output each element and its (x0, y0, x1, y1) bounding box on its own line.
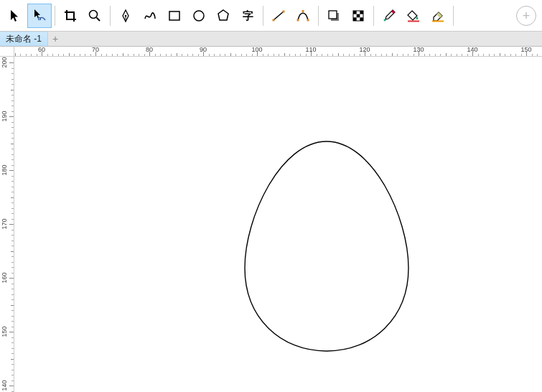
ruler-v-label: 170 (1, 218, 8, 229)
svg-point-3 (125, 14, 127, 17)
rectangle-tool[interactable] (162, 4, 187, 28)
svg-rect-22 (360, 17, 363, 21)
node-arrow-icon (32, 9, 47, 23)
erase-tool[interactable] (426, 4, 450, 28)
svg-rect-10 (273, 19, 275, 21)
new-tab-button[interactable]: + (48, 32, 62, 46)
toolbar-separator (110, 6, 111, 26)
eraser-icon (431, 9, 445, 23)
ruler-h-label: 130 (413, 47, 424, 53)
svg-rect-12 (297, 19, 299, 21)
bezier-tool[interactable] (291, 4, 315, 28)
ruler-h-label: 90 (200, 47, 207, 53)
line-icon (271, 9, 286, 23)
workspace: 60708090100110120130140150160 2001901801… (0, 47, 542, 392)
fill-tool[interactable] (401, 4, 426, 28)
ruler-h-label: 150 (520, 47, 531, 53)
tab-label: 未命名 -1 (6, 33, 42, 45)
ruler-h-label: 60 (38, 47, 45, 53)
node-edit-tool[interactable] (27, 4, 52, 28)
ruler-h-label: 120 (359, 47, 370, 53)
paint-bucket-icon (406, 9, 421, 23)
plus-icon: + (52, 33, 58, 45)
freehand-curve-icon (143, 9, 157, 23)
ruler-v-label: 160 (1, 272, 8, 283)
toolbar-separator (453, 6, 454, 26)
ruler-v-label: 180 (1, 164, 8, 175)
document-tab-active[interactable]: 未命名 -1 (0, 32, 48, 46)
shadow-icon (327, 9, 341, 23)
canvas-area[interactable] (14, 57, 542, 392)
toolbar-separator (318, 6, 319, 26)
arrow-cursor-icon (9, 9, 22, 22)
rectangle-icon (167, 9, 182, 23)
svg-rect-11 (283, 10, 285, 12)
crop-tool[interactable] (58, 4, 83, 28)
svg-point-6 (194, 11, 204, 21)
ruler-corner (0, 47, 14, 57)
ruler-v-label: 150 (1, 326, 8, 337)
line-tool[interactable] (266, 4, 291, 28)
eyedropper-tool[interactable] (377, 4, 401, 28)
zoom-tool[interactable] (83, 4, 107, 28)
polygon-icon (216, 9, 230, 23)
ruler-v-label: 200 (1, 57, 8, 67)
checkerboard-icon (351, 9, 365, 23)
svg-rect-5 (169, 11, 179, 20)
svg-point-23 (384, 19, 386, 21)
ellipse-icon (192, 9, 206, 23)
ruler-horizontal: 60708090100110120130140150160 (14, 47, 542, 57)
ruler-h-label: 140 (467, 47, 477, 53)
svg-rect-21 (353, 17, 357, 21)
freehand-tool[interactable] (138, 4, 162, 28)
ruler-v-label: 140 (1, 380, 8, 391)
crop-icon (63, 9, 78, 23)
svg-line-2 (97, 17, 101, 21)
transparency-tool[interactable] (346, 4, 370, 28)
shadow-tool[interactable] (322, 4, 346, 28)
svg-text:字: 字 (243, 9, 253, 22)
add-tool-button[interactable]: + (513, 4, 539, 28)
document-tabstrip: 未命名 -1 + (0, 32, 542, 47)
ruler-v-label: 190 (1, 111, 8, 121)
svg-marker-7 (218, 10, 228, 20)
toolbar-separator (263, 6, 263, 26)
ruler-h-label: 110 (305, 47, 316, 53)
pen-nib-icon (118, 9, 133, 23)
svg-rect-16 (329, 11, 337, 19)
svg-rect-19 (360, 11, 363, 14)
selection-tool[interactable] (3, 4, 27, 28)
svg-rect-0 (39, 17, 41, 19)
svg-rect-18 (353, 11, 357, 14)
ruler-h-label: 100 (251, 47, 262, 53)
svg-rect-13 (307, 19, 309, 21)
svg-rect-14 (302, 10, 304, 12)
eyedropper-icon (382, 9, 396, 23)
pen-tool[interactable] (113, 4, 138, 28)
ruler-h-label: 70 (92, 47, 99, 53)
egg-shape (240, 139, 413, 354)
ruler-vertical: 200190180170160150140 (0, 57, 14, 392)
magnifier-icon (88, 9, 102, 23)
svg-rect-15 (331, 13, 339, 21)
toolbar-separator (55, 6, 55, 26)
svg-point-1 (90, 10, 98, 18)
svg-rect-17 (353, 11, 363, 21)
toolbar-separator (373, 6, 374, 26)
polygon-tool[interactable] (211, 4, 235, 28)
text-tool[interactable]: 字 (235, 4, 260, 28)
bezier-icon (296, 9, 310, 23)
plus-circle-icon: + (516, 6, 536, 26)
svg-line-9 (274, 11, 284, 20)
main-toolbar: 字 (0, 0, 542, 32)
svg-rect-20 (357, 14, 360, 17)
ellipse-tool[interactable] (187, 4, 211, 28)
ruler-h-label: 80 (146, 47, 153, 53)
text-icon: 字 (240, 9, 255, 23)
